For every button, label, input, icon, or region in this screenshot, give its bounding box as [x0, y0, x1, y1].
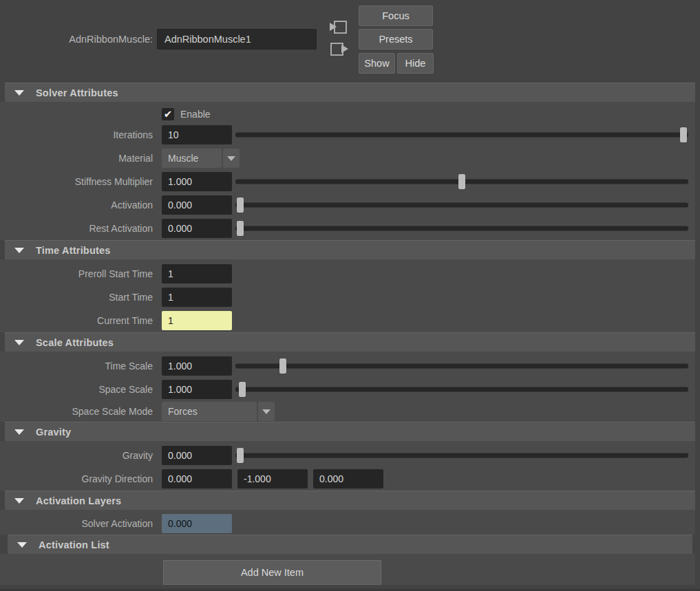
node-header: AdnRibbonMuscle: AdnRibbonMuscle1 Focus …	[0, 0, 700, 83]
focus-button[interactable]: Focus	[359, 6, 433, 26]
material-dropdown-arrow[interactable]	[223, 149, 240, 168]
slider-handle[interactable]	[458, 174, 465, 189]
output-connections-icon[interactable]	[328, 40, 349, 59]
activation-row: Activation 0.000	[0, 193, 695, 217]
slider-handle[interactable]	[237, 197, 244, 213]
section-title: Time Attributes	[36, 245, 111, 256]
material-dropdown-value[interactable]: Muscle	[162, 149, 222, 168]
collapse-arrow-icon	[14, 498, 24, 504]
presets-button[interactable]: Presets	[359, 29, 433, 50]
section-body-solver: ✔ Enable Iterations 10 Material Muscle S…	[0, 102, 695, 240]
enable-row: ✔ Enable	[0, 105, 695, 123]
rest-activation-input[interactable]: 0.000	[162, 219, 232, 238]
section-header-gravity[interactable]: Gravity	[5, 422, 695, 441]
gravity-direction-row: Gravity Direction 0.000 -1.000 0.000	[0, 467, 695, 491]
slider-handle[interactable]	[279, 358, 286, 374]
section-body-activation-layers: Solver Activation 0.000	[0, 510, 695, 535]
section-title: Solver Attributes	[36, 87, 118, 98]
slider-handle[interactable]	[680, 127, 687, 142]
gravity-slider[interactable]	[235, 444, 688, 467]
show-button[interactable]: Show	[359, 53, 395, 74]
slider-handle[interactable]	[239, 382, 246, 397]
space-scale-label: Space Scale	[0, 384, 162, 395]
iterations-label: Iterations	[0, 129, 162, 140]
input-connections-icon[interactable]	[328, 18, 349, 37]
section-body-scale: Time Scale 1.000 Space Scale 1.000 Space…	[0, 352, 695, 422]
slider-track	[235, 364, 688, 369]
stiffness-multiplier-input[interactable]: 1.000	[162, 172, 232, 191]
hide-button[interactable]: Hide	[397, 53, 434, 74]
collapse-arrow-icon	[14, 248, 24, 253]
section-body-gravity: Gravity 0.000 Gravity Direction 0.000 -1…	[0, 441, 695, 491]
space-scale-mode-dropdown[interactable]: Forces	[162, 402, 275, 421]
collapse-arrow-icon	[14, 429, 24, 435]
space-scale-mode-label: Space Scale Mode	[0, 406, 162, 417]
gravity-direction-y-input[interactable]: -1.000	[237, 469, 308, 488]
stiffness-multiplier-label: Stiffness Multiplier	[0, 176, 162, 187]
section-title: Activation Layers	[36, 495, 121, 506]
gravity-direction-label: Gravity Direction	[0, 473, 162, 484]
collapse-arrow-icon	[14, 340, 24, 345]
space-scale-slider[interactable]	[235, 378, 688, 401]
gravity-label: Gravity	[0, 450, 162, 461]
slider-track	[235, 203, 688, 208]
solver-activation-row: Solver Activation 0.000	[0, 513, 695, 535]
preroll-start-time-label: Preroll Start Time	[0, 268, 162, 279]
activation-slider[interactable]	[235, 193, 688, 217]
activation-label: Activation	[0, 200, 162, 211]
iterations-slider[interactable]	[235, 123, 688, 147]
preroll-start-time-row: Preroll Start Time 1	[0, 262, 695, 286]
space-scale-row: Space Scale 1.000	[0, 378, 695, 401]
space-scale-mode-value[interactable]: Forces	[162, 402, 257, 421]
rest-activation-label: Rest Activation	[0, 223, 162, 234]
solver-activation-label: Solver Activation	[0, 518, 162, 529]
iterations-input[interactable]: 10	[162, 125, 232, 144]
time-scale-row: Time Scale 1.000	[0, 354, 695, 378]
enable-checkbox[interactable]: ✔	[162, 108, 174, 120]
gravity-input[interactable]: 0.000	[162, 446, 232, 465]
chevron-down-icon	[262, 409, 271, 414]
section-title: Gravity	[36, 427, 71, 438]
slider-track	[235, 453, 688, 458]
node-type-label: AdnRibbonMuscle:	[0, 29, 162, 50]
enable-label: Enable	[180, 109, 211, 120]
start-time-label: Start Time	[0, 292, 162, 303]
activation-input[interactable]: 0.000	[162, 195, 232, 215]
section-title: Scale Attributes	[36, 337, 114, 348]
section-header-solver-attributes[interactable]: Solver Attributes	[5, 83, 695, 102]
section-body-activation-list: Add New Item	[0, 554, 695, 585]
collapse-arrow-icon	[14, 90, 24, 96]
start-time-row: Start Time 1	[0, 286, 695, 309]
start-time-input[interactable]: 1	[162, 288, 232, 307]
stiffness-multiplier-slider[interactable]	[235, 170, 688, 193]
section-header-activation-list[interactable]: Activation List	[8, 535, 692, 554]
slider-track	[235, 226, 688, 231]
current-time-row: Current Time 1	[0, 309, 695, 332]
gravity-direction-x-input[interactable]: 0.000	[162, 469, 232, 488]
collapse-arrow-icon	[17, 542, 27, 548]
section-header-time-attributes[interactable]: Time Attributes	[5, 240, 695, 259]
material-dropdown[interactable]: Muscle	[162, 149, 240, 168]
slider-handle[interactable]	[237, 221, 244, 236]
time-scale-slider[interactable]	[235, 354, 688, 378]
section-header-activation-layers[interactable]: Activation Layers	[5, 491, 695, 510]
gravity-direction-z-input[interactable]: 0.000	[313, 469, 383, 488]
chevron-down-icon	[227, 156, 235, 161]
space-scale-input[interactable]: 1.000	[162, 380, 232, 399]
rest-activation-row: Rest Activation 0.000	[0, 217, 695, 240]
slider-track	[235, 387, 688, 392]
rest-activation-slider[interactable]	[235, 217, 688, 240]
preroll-start-time-input[interactable]: 1	[162, 264, 232, 283]
solver-activation-input[interactable]: 0.000	[162, 514, 232, 533]
slider-track	[235, 133, 688, 138]
time-scale-input[interactable]: 1.000	[162, 356, 232, 376]
material-label: Material	[0, 153, 162, 164]
node-name-input[interactable]: AdnRibbonMuscle1	[157, 29, 317, 50]
stiffness-multiplier-row: Stiffness Multiplier 1.000	[0, 170, 695, 193]
current-time-input[interactable]: 1	[162, 311, 232, 330]
section-header-scale-attributes[interactable]: Scale Attributes	[5, 332, 695, 352]
space-scale-mode-arrow[interactable]	[258, 402, 275, 421]
section-title: Activation List	[39, 539, 109, 550]
add-new-item-button[interactable]: Add New Item	[163, 560, 381, 585]
slider-handle[interactable]	[237, 448, 244, 463]
